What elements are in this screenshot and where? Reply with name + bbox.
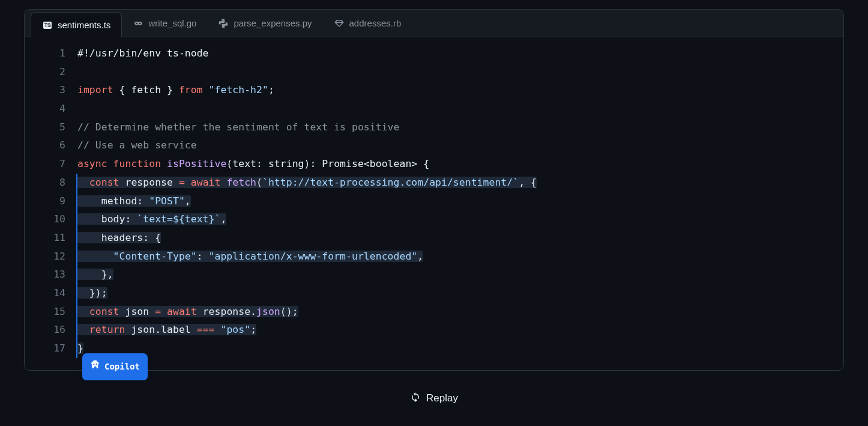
code-token: (text: string): xyxy=(226,158,322,169)
ai-suggestion-indicator xyxy=(76,174,77,358)
code-token: "fetch-h2" xyxy=(203,84,268,96)
tab-label: parse_expenses.py xyxy=(234,18,312,28)
code-token: "POST" xyxy=(149,195,185,207)
code-token: = xyxy=(179,177,185,188)
code-token: `http://text-processing.com/api/sentimen… xyxy=(262,177,519,188)
tab-sentiments-ts[interactable]: TS sentiments.ts xyxy=(31,12,122,37)
editor-window: TS sentiments.ts write_sql.go parse_expe… xyxy=(24,9,844,371)
code-token: return xyxy=(77,324,125,335)
code-token: "Content-Type" xyxy=(113,251,197,262)
copilot-icon xyxy=(90,358,100,376)
code-token: }); xyxy=(77,287,107,299)
code-comment: // Determine whether the sentiment of te… xyxy=(77,121,399,133)
tab-bar: TS sentiments.ts write_sql.go parse_expe… xyxy=(25,10,843,37)
code-token: json xyxy=(256,306,280,317)
code-token: const xyxy=(77,306,119,317)
code-token: = xyxy=(155,306,161,317)
tab-addresses-rb[interactable]: addresses.rb xyxy=(323,10,412,37)
code-token: async xyxy=(77,158,107,169)
code-token: === xyxy=(197,324,215,335)
code-token: #!/usr/bin/env ts-node xyxy=(77,47,209,59)
code-token: `text=${text}` xyxy=(137,213,220,225)
code-token: , xyxy=(220,213,226,225)
code-token: method: xyxy=(77,195,149,207)
code-token: <boolean> { xyxy=(364,158,429,169)
code-comment: // Use a web service xyxy=(77,139,197,151)
code-token: body: xyxy=(77,213,137,225)
typescript-icon: TS xyxy=(42,20,53,31)
replay-label: Replay xyxy=(426,392,458,404)
code-token: ; xyxy=(268,84,274,96)
code-token: from xyxy=(179,84,203,96)
code-token: { fetch } xyxy=(113,84,179,96)
code-token: (); xyxy=(280,306,298,317)
code-token: ( xyxy=(256,177,262,188)
tab-label: sentiments.ts xyxy=(58,20,110,30)
go-icon xyxy=(133,18,143,29)
tab-write-sql-go[interactable]: write_sql.go xyxy=(122,10,207,37)
code-token: json xyxy=(119,306,155,317)
code-token: fetch xyxy=(226,177,256,188)
code-token: "application/x-www-form-urlencoded" xyxy=(209,251,418,262)
code-token: json.label xyxy=(125,324,196,335)
replay-button[interactable]: Replay xyxy=(24,392,844,406)
copilot-button[interactable]: Copilot xyxy=(82,353,148,380)
code-content[interactable]: #!/usr/bin/env ts-node import { fetch } … xyxy=(77,44,843,358)
code-token: headers: { xyxy=(77,232,161,243)
code-token: , xyxy=(417,251,423,262)
tab-parse-expenses-py[interactable]: parse_expenses.py xyxy=(207,10,322,37)
code-token: , { xyxy=(519,177,537,188)
code-token xyxy=(77,251,113,262)
code-editor[interactable]: 1234 5678 9101112 13141516 17 #!/usr/bin… xyxy=(25,37,843,370)
code-token: await xyxy=(161,306,203,317)
ruby-icon xyxy=(334,18,345,29)
code-token: function xyxy=(107,158,167,169)
code-token: const xyxy=(77,177,119,188)
line-number-gutter: 1234 5678 9101112 13141516 17 xyxy=(25,44,77,358)
copilot-label: Copilot xyxy=(104,358,140,376)
code-token: : xyxy=(197,251,209,262)
code-token: response. xyxy=(203,306,256,317)
code-token: } xyxy=(77,342,83,354)
code-token: await xyxy=(185,177,227,188)
code-token: import xyxy=(77,84,113,96)
code-token: response xyxy=(119,177,179,188)
tab-label: addresses.rb xyxy=(349,18,402,28)
code-token: , xyxy=(185,195,191,207)
replay-icon xyxy=(410,392,421,406)
code-token: "pos" xyxy=(215,324,251,335)
tab-label: write_sql.go xyxy=(148,18,196,28)
code-token: isPositive xyxy=(167,158,226,169)
code-token: }, xyxy=(77,269,113,280)
code-token: Promise xyxy=(322,158,364,169)
code-token: ; xyxy=(250,324,256,335)
python-icon xyxy=(218,18,229,29)
